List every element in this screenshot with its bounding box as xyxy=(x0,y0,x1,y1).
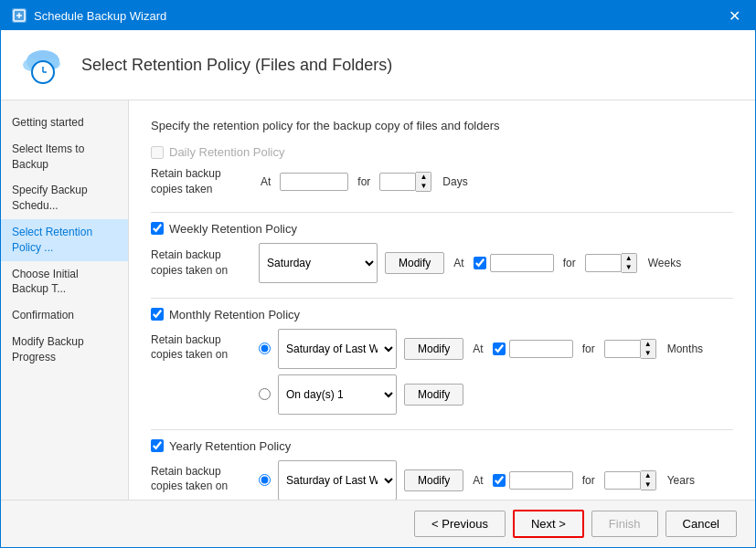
sidebar-item-specify-schedule[interactable]: Specify Backup Schedu... xyxy=(1,177,128,219)
yearly-time-input[interactable]: 6:30 AM xyxy=(509,471,573,490)
weekly-modify-button[interactable]: Modify xyxy=(385,252,444,274)
daily-duration-spinner: 180 ▲ ▼ xyxy=(379,172,431,192)
monthly-checkbox[interactable] xyxy=(151,308,164,321)
sidebar-item-choose-initial[interactable]: Choose Initial Backup T... xyxy=(1,261,128,303)
yearly-radio-1[interactable] xyxy=(259,474,271,486)
daily-policy-section: Daily Retention Policy Retain backup cop… xyxy=(151,145,733,197)
daily-row-label: Retain backup copies taken xyxy=(151,166,251,197)
monthly-policy-label: Monthly Retention Policy xyxy=(169,308,300,321)
monthly-row-container: Retain backup copies taken on Saturday o… xyxy=(151,329,733,415)
weekly-policy-section: Weekly Retention Policy Retain backup co… xyxy=(151,222,733,283)
yearly-duration-input[interactable]: 10 xyxy=(604,471,641,490)
sidebar-item-getting-started[interactable]: Getting started xyxy=(1,110,128,136)
weekly-policy-row: Retain backup copies taken on Saturday M… xyxy=(151,243,733,283)
yearly-time-checkbox[interactable] xyxy=(493,474,506,487)
daily-spinner-up[interactable]: ▲ xyxy=(416,173,431,182)
yearly-policy-label: Yearly Retention Policy xyxy=(169,439,291,453)
sidebar-item-select-items[interactable]: Select Items to Backup xyxy=(1,136,128,178)
divider-3 xyxy=(151,429,733,430)
sidebar: Getting started Select Items to Backup S… xyxy=(1,100,129,500)
title-bar-left: Schedule Backup Wizard xyxy=(12,8,166,23)
yearly-spinner-buttons: ▲ ▼ xyxy=(641,470,656,490)
weekly-at-label: At xyxy=(453,257,463,269)
divider-2 xyxy=(151,298,733,299)
monthly-radio-1[interactable] xyxy=(259,342,271,354)
monthly-policy-header: Monthly Retention Policy xyxy=(151,308,733,321)
weekly-spinner-down[interactable]: ▼ xyxy=(622,263,636,272)
monthly-spinner-down[interactable]: ▼ xyxy=(641,349,655,358)
daily-checkbox[interactable] xyxy=(151,146,164,159)
weekly-time-input[interactable]: 6:30 AM xyxy=(490,254,554,272)
yearly-row-label: Retain backup copies taken on xyxy=(151,460,251,495)
content-area: Getting started Select Items to Backup S… xyxy=(1,100,755,500)
cancel-button[interactable]: Cancel xyxy=(665,511,737,537)
monthly-duration-input[interactable]: 60 xyxy=(604,340,641,358)
yearly-spinner-up[interactable]: ▲ xyxy=(641,471,655,480)
weekly-for-label: for xyxy=(563,257,576,269)
weekly-spinner-up[interactable]: ▲ xyxy=(622,254,636,263)
monthly-options: Saturday of Last Week Modify At 6:30 AM … xyxy=(259,329,703,415)
page-title: Select Retention Policy (Files and Folde… xyxy=(81,56,392,75)
finish-button[interactable]: Finish xyxy=(591,511,658,537)
sidebar-item-modify-progress[interactable]: Modify Backup Progress xyxy=(1,329,128,371)
yearly-policy-header: Yearly Retention Policy xyxy=(151,439,733,453)
yearly-policy-section: Yearly Retention Policy Retain backup co… xyxy=(151,439,733,500)
next-button[interactable]: Next > xyxy=(513,510,584,538)
monthly-select-2[interactable]: On day(s) 1 xyxy=(278,374,397,415)
monthly-select-1[interactable]: Saturday of Last Week xyxy=(278,329,397,369)
yearly-spinner-down[interactable]: ▼ xyxy=(641,480,655,490)
daily-spinner-down[interactable]: ▼ xyxy=(416,182,431,191)
header: Select Retention Policy (Files and Folde… xyxy=(1,30,755,100)
monthly-row-label: Retain backup copies taken on xyxy=(151,329,251,364)
monthly-spinner-buttons: ▲ ▼ xyxy=(641,339,656,359)
yearly-select-1[interactable]: Saturday of Last Week of March xyxy=(278,460,397,500)
previous-button[interactable]: < Previous xyxy=(414,511,506,537)
window-title: Schedule Backup Wizard xyxy=(34,9,166,23)
yearly-options: Saturday of Last Week of March Modify At… xyxy=(259,460,695,500)
monthly-modify-button-2[interactable]: Modify xyxy=(404,384,463,406)
header-icon-area xyxy=(19,41,67,89)
weekly-policy-label: Weekly Retention Policy xyxy=(169,222,297,236)
yearly-modify-button-1[interactable]: Modify xyxy=(404,469,463,491)
weekly-duration-input[interactable]: 104 xyxy=(585,254,622,272)
backup-icon xyxy=(19,41,67,89)
weekly-time-checkbox[interactable] xyxy=(474,257,486,269)
monthly-option2-row: On day(s) 1 Modify xyxy=(259,374,703,415)
footer: < Previous Next > Finish Cancel xyxy=(1,500,755,547)
sidebar-item-select-retention[interactable]: Select Retention Policy ... xyxy=(1,219,128,261)
monthly-at-label: At xyxy=(473,342,483,355)
daily-spinner-buttons: ▲ ▼ xyxy=(416,172,431,192)
weekly-row-label: Retain backup copies taken on xyxy=(151,248,251,279)
divider-1 xyxy=(151,212,733,213)
monthly-radio-2[interactable] xyxy=(259,388,271,400)
yearly-unit: Years xyxy=(667,474,695,487)
weekly-time-box: 6:30 AM xyxy=(474,254,554,272)
yearly-duration-spinner: 10 ▲ ▼ xyxy=(604,470,656,490)
yearly-row-container: Retain backup copies taken on Saturday o… xyxy=(151,460,733,500)
monthly-unit: Months xyxy=(667,342,703,355)
yearly-time-box: 6:30 AM xyxy=(493,471,573,490)
daily-policy-header: Daily Retention Policy xyxy=(151,145,733,159)
monthly-time-input[interactable]: 6:30 AM xyxy=(509,340,573,358)
daily-policy-label: Daily Retention Policy xyxy=(169,145,284,159)
window: Schedule Backup Wizard ✕ Select Retentio… xyxy=(0,0,756,548)
sidebar-item-confirmation[interactable]: Confirmation xyxy=(1,302,128,329)
yearly-for-label: for xyxy=(582,474,595,487)
daily-unit: Days xyxy=(442,175,467,188)
weekly-day-select[interactable]: Saturday xyxy=(259,243,378,283)
close-button[interactable]: ✕ xyxy=(725,7,744,25)
monthly-option1-row: Saturday of Last Week Modify At 6:30 AM … xyxy=(259,329,703,369)
monthly-time-checkbox[interactable] xyxy=(493,342,506,355)
monthly-modify-button-1[interactable]: Modify xyxy=(404,338,463,360)
daily-at-label: At xyxy=(261,175,271,188)
monthly-time-box: 6:30 AM xyxy=(493,340,573,358)
yearly-checkbox[interactable] xyxy=(151,439,164,452)
daily-duration-input[interactable]: 180 xyxy=(379,173,416,191)
yearly-option1-row: Saturday of Last Week of March Modify At… xyxy=(259,460,695,500)
daily-time-input[interactable]: 6:30 AM xyxy=(280,173,348,191)
weekly-checkbox[interactable] xyxy=(151,222,164,235)
weekly-duration-spinner: 104 ▲ ▼ xyxy=(585,253,637,273)
monthly-spinner-up[interactable]: ▲ xyxy=(641,340,655,349)
weekly-policy-header: Weekly Retention Policy xyxy=(151,222,733,236)
monthly-for-label: for xyxy=(582,342,595,355)
